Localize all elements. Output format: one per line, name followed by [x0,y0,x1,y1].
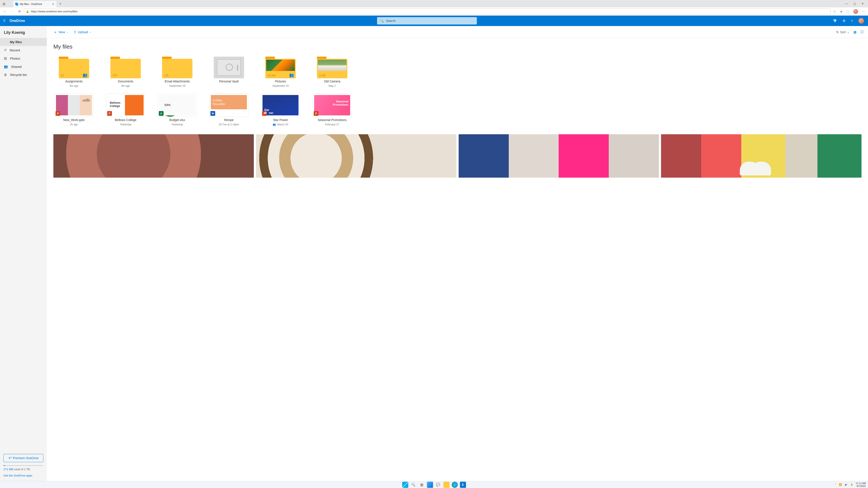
browser-toolbar: ← → ⟳ 🔒 https://www.onedrive.live.com/my… [0,7,868,15]
chevron-down-icon: ⌄ [89,31,91,33]
view-toggle-button[interactable]: ▦ [854,30,857,34]
close-window-button[interactable]: ✕ [862,2,864,5]
url-text: https://www.onedrive.live.com/myfiles [31,10,78,13]
sidebar: Lily Koenig My files ↺Recent ▧Photos 👥Sh… [0,26,47,38]
new-label: New [59,30,65,34]
forward-button[interactable]: → [9,9,15,13]
minimize-button[interactable]: — [845,2,848,5]
profile-avatar[interactable] [853,9,858,14]
more-button[interactable]: ⋯ [862,10,865,13]
upload-label: Upload [78,30,88,34]
extensions-button[interactable]: ⬚ [846,10,849,13]
tab-actions-icon[interactable]: ▥ [2,2,6,5]
user-name: Lily Koenig [0,26,47,38]
collections-button[interactable]: ⧺ [840,10,843,13]
upload-button[interactable]: ↥ Upload ⌄ [71,29,93,35]
address-bar[interactable]: 🔒 https://www.onedrive.live.com/myfiles [24,8,831,14]
chevron-down-icon: ⌄ [66,31,68,33]
upload-icon: ↥ [73,30,76,34]
window-titlebar: ▥ My files - OneDrive ✕ ＋ — ▢ ✕ [0,0,868,7]
suite-header: ⠿ OneDrive 🔍 Search 💎 ⚙ ? [0,15,868,26]
info-button[interactable]: ⓘ [860,30,864,34]
product-name[interactable]: OneDrive [9,19,25,23]
app-launcher-icon[interactable]: ⠿ [0,19,9,23]
browser-tab[interactable]: My files - OneDrive ✕ [13,1,56,7]
new-tab-button[interactable]: ＋ [59,2,62,6]
search-placeholder: Search [386,19,396,23]
account-avatar[interactable] [859,18,864,24]
help-icon[interactable]: ? [851,19,853,23]
back-button[interactable]: ← [2,9,8,13]
search-icon: 🔍 [380,19,384,23]
sort-label: Sort [840,30,846,34]
plus-icon: ＋ [53,30,57,35]
sort-button[interactable]: ⇅ Sort ⌄ [836,30,849,34]
chevron-down-icon: ⌄ [847,30,849,34]
favorite-button[interactable]: ☆ [833,10,836,13]
sort-icon: ⇅ [836,30,839,34]
close-tab-icon[interactable]: ✕ [52,3,54,6]
tab-title: My files - OneDrive [20,3,42,6]
settings-icon[interactable]: ⚙ [843,19,845,23]
premium-icon[interactable]: 💎 [833,19,837,23]
new-button[interactable]: ＋ New ⌄ [51,28,70,36]
maximize-button[interactable]: ▢ [854,2,856,5]
onedrive-icon [15,3,18,6]
command-bar: ＋ New ⌄ ↥ Upload ⌄ ⇅ Sort ⌄ ▦ ⓘ [47,26,868,38]
lock-icon: 🔒 [26,10,29,13]
refresh-button[interactable]: ⟳ [17,9,23,13]
search-box[interactable]: 🔍 Search [377,17,477,25]
